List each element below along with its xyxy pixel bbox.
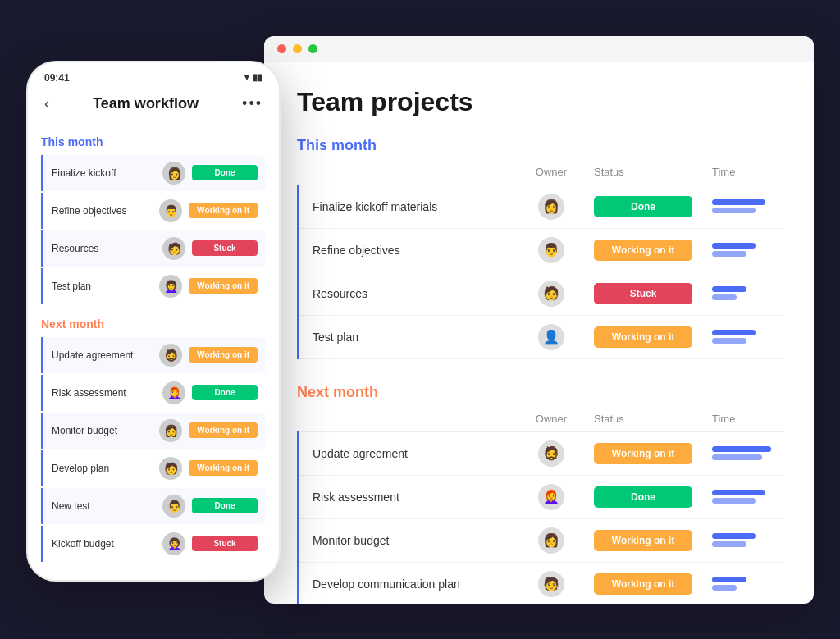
owner-cell: 🧑 bbox=[518, 272, 584, 315]
browser-titlebar bbox=[264, 36, 814, 62]
col-time: Time bbox=[702, 161, 784, 185]
time-bars bbox=[712, 490, 774, 504]
list-item: Monitor budget 👩 Working on it bbox=[41, 413, 266, 449]
task-name: Test plan bbox=[299, 315, 519, 358]
owner-cell: 🧑 bbox=[518, 562, 584, 604]
owner-cell: 👩‍🦰 bbox=[518, 475, 584, 518]
status-cell: Done bbox=[584, 185, 702, 228]
task-name: Monitor budget bbox=[52, 425, 153, 436]
status-badge: Stuck bbox=[594, 283, 692, 304]
status-badge: Working on it bbox=[189, 347, 258, 363]
phone-time: 09:41 bbox=[44, 72, 70, 84]
task-name: Risk assessment bbox=[52, 387, 156, 399]
status-badge: Working on it bbox=[594, 326, 692, 348]
time-cell bbox=[702, 228, 784, 272]
status-cell: Stuck bbox=[584, 272, 702, 315]
task-name: Risk assessment bbox=[299, 475, 519, 518]
time-cell bbox=[702, 431, 784, 475]
status-badge: Working on it bbox=[189, 460, 258, 476]
time-bar-1 bbox=[712, 286, 746, 292]
time-bar-1 bbox=[712, 490, 765, 495]
table-row: Risk assessment 👩‍🦰 Done bbox=[299, 475, 785, 518]
avatar: 👨 bbox=[159, 199, 182, 222]
time-bars bbox=[712, 330, 774, 344]
table-row: Monitor budget 👩 Working on it bbox=[299, 518, 785, 562]
time-bar-2 bbox=[712, 338, 746, 344]
status-badge: Working on it bbox=[189, 422, 258, 438]
status-badge: Stuck bbox=[192, 536, 258, 551]
col-time-2: Time bbox=[702, 408, 784, 432]
status-badge: Done bbox=[594, 196, 692, 217]
status-badge: Working on it bbox=[189, 278, 258, 294]
avatar: 🧑 bbox=[162, 237, 185, 260]
time-cell bbox=[702, 185, 784, 228]
avatar: 👩 bbox=[162, 162, 185, 185]
status-badge: Done bbox=[594, 486, 692, 508]
status-cell: Working on it bbox=[584, 315, 702, 358]
time-bars bbox=[712, 446, 774, 460]
status-badge: Done bbox=[192, 385, 258, 400]
status-cell: Working on it bbox=[584, 431, 702, 475]
status-badge: Stuck bbox=[192, 240, 258, 256]
task-name: Test plan bbox=[52, 281, 153, 292]
list-item: Resources 🧑 Stuck bbox=[41, 230, 266, 267]
avatar: 👩‍🦰 bbox=[162, 381, 185, 404]
avatar: 🧑 bbox=[159, 457, 182, 480]
avatar: 👨 bbox=[162, 495, 185, 518]
list-item: Refine objectives 👨 Working on it bbox=[41, 193, 266, 229]
phone-this-month-label: This month bbox=[41, 135, 266, 148]
time-bar-2 bbox=[712, 208, 756, 213]
status-badge: Done bbox=[192, 498, 258, 513]
status-cell: Working on it bbox=[584, 562, 702, 604]
status-badge: Working on it bbox=[594, 530, 692, 551]
next-month-header-row: Owner Status Time bbox=[299, 408, 785, 432]
desktop-this-month-label: This month bbox=[297, 137, 784, 154]
time-cell bbox=[702, 315, 784, 358]
time-bar-1 bbox=[712, 199, 765, 205]
col-status: Status bbox=[584, 161, 702, 185]
owner-cell: 👤 bbox=[518, 315, 584, 358]
task-name: Finalize kickoff bbox=[52, 167, 156, 179]
status-badge: Working on it bbox=[594, 443, 692, 464]
time-bar-2 bbox=[712, 541, 746, 547]
time-bar-2 bbox=[712, 454, 762, 460]
list-item: Update agreement 🧔 Working on it bbox=[41, 337, 266, 373]
status-cell: Working on it bbox=[584, 518, 702, 562]
col-owner: Owner bbox=[518, 161, 584, 185]
phone-content: This month Finalize kickoff 👩 Done Refin… bbox=[28, 122, 279, 580]
col-owner-2: Owner bbox=[518, 408, 584, 432]
time-bar-1 bbox=[712, 330, 756, 335]
time-cell bbox=[702, 475, 784, 518]
time-bars bbox=[712, 286, 774, 300]
avatar: 👩 bbox=[159, 419, 182, 442]
avatar: 🧔 bbox=[538, 440, 564, 467]
phone-status-bar: 09:41 ▾ ▮▮ bbox=[28, 62, 279, 89]
status-badge: Working on it bbox=[594, 240, 692, 261]
time-cell bbox=[702, 518, 784, 562]
browser-content: Team projects This month Owner Status Ti… bbox=[264, 62, 814, 604]
table-row: Test plan 👤 Working on it bbox=[299, 315, 785, 358]
phone-next-month-tasks: Update agreement 🧔 Working on it Risk as… bbox=[41, 337, 266, 562]
owner-cell: 👨 bbox=[518, 228, 584, 272]
owner-cell: 🧔 bbox=[518, 431, 584, 475]
time-bar-2 bbox=[712, 294, 737, 300]
task-name: Refine objectives bbox=[299, 228, 519, 272]
time-bar-2 bbox=[712, 585, 737, 591]
avatar: 👩‍🦱 bbox=[159, 275, 182, 298]
back-button[interactable]: ‹ bbox=[44, 95, 49, 112]
phone-next-month-label: Next month bbox=[41, 317, 266, 331]
avatar: 👩‍🦱 bbox=[162, 532, 185, 555]
phone-header: ‹ Team workflow ••• bbox=[28, 89, 279, 122]
col-status-2: Status bbox=[584, 408, 702, 432]
table-row: Update agreement 🧔 Working on it bbox=[299, 431, 785, 475]
wifi-icon: ▾ bbox=[244, 72, 249, 83]
more-button[interactable]: ••• bbox=[242, 95, 262, 112]
task-name: Develop communication plan bbox=[299, 562, 519, 604]
list-item: Risk assessment 👩‍🦰 Done bbox=[41, 375, 266, 411]
this-month-header-row: Owner Status Time bbox=[299, 161, 785, 185]
desktop-browser: Team projects This month Owner Status Ti… bbox=[264, 36, 814, 604]
desktop-next-month-label: Next month bbox=[297, 384, 784, 401]
owner-cell: 👩 bbox=[518, 185, 584, 228]
browser-close-dot bbox=[277, 44, 286, 53]
table-row: Develop communication plan 🧑 Working on … bbox=[299, 562, 785, 604]
